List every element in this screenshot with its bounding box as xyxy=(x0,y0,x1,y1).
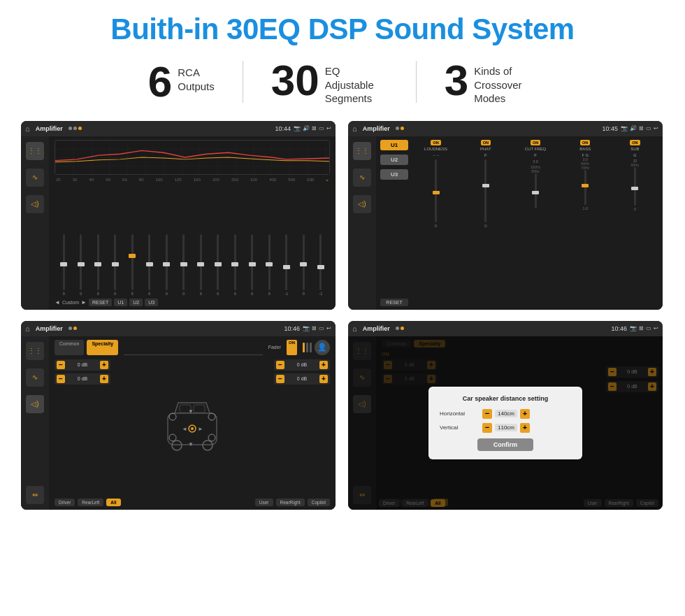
eq-prev[interactable]: ◄ xyxy=(55,299,60,306)
back-icon-4[interactable]: ↩ xyxy=(654,325,658,331)
cross-sidebar-wave[interactable]: ∿ xyxy=(353,169,371,187)
db-minus-1[interactable]: − xyxy=(57,361,65,369)
home-icon-4[interactable]: ⌂ xyxy=(352,324,357,333)
slider-track-3[interactable] xyxy=(114,234,116,290)
back-icon-2[interactable]: ↩ xyxy=(654,125,658,131)
db-val-1: 0 dB xyxy=(67,362,98,367)
slider-track-0[interactable] xyxy=(63,234,65,290)
slider-track-10[interactable] xyxy=(234,234,236,290)
eq-bottom-bar: ◄ Custom ► RESET U1 U2 U3 xyxy=(55,299,330,306)
slider-track-4[interactable] xyxy=(131,234,134,290)
u2-button[interactable]: U2 xyxy=(380,155,408,165)
slider-track-15[interactable] xyxy=(319,234,322,290)
svg-text:►: ► xyxy=(198,426,203,432)
crossover-u-buttons: U1 U2 U3 RESET xyxy=(380,140,408,306)
db-minus-4[interactable]: − xyxy=(276,375,284,383)
slider-track-7[interactable] xyxy=(182,234,185,290)
vertical-minus[interactable]: − xyxy=(482,423,492,433)
horizontal-minus[interactable]: − xyxy=(482,409,492,419)
eq-slider-8: 0 xyxy=(193,234,209,296)
screen-fader: ⌂ Amplifier 10:46 📷 ⊠ ▭ ↩ ⋮⋮ ∿ xyxy=(21,321,336,510)
fader-sidebar-arrows[interactable]: ⇔ xyxy=(26,486,44,504)
home-icon-2[interactable]: ⌂ xyxy=(352,124,357,133)
slider-val-6: 0 xyxy=(166,292,168,296)
back-icon[interactable]: ↩ xyxy=(326,125,331,131)
db-minus-2[interactable]: − xyxy=(57,375,65,383)
db-plus-2[interactable]: + xyxy=(100,375,108,383)
slider-track-2[interactable] xyxy=(97,234,99,290)
cutfreq-on: ON xyxy=(531,140,540,145)
freq-250: 250 xyxy=(231,178,238,182)
cutfreq-slider[interactable] xyxy=(535,173,537,208)
bass-slider[interactable] xyxy=(584,170,586,205)
fader-tabs: Common Specialty Fader ON 👤 xyxy=(55,340,330,355)
db-plus-1[interactable]: + xyxy=(100,361,108,369)
confirm-button[interactable]: Confirm xyxy=(477,438,533,451)
db-minus-3[interactable]: − xyxy=(276,361,284,369)
eq-u3-btn[interactable]: U3 xyxy=(145,299,158,306)
freq-160: 160 xyxy=(194,178,201,182)
tab-specialty[interactable]: Specialty xyxy=(87,340,118,355)
slider-track-14[interactable] xyxy=(303,234,305,290)
horizontal-value: 140cm xyxy=(495,410,517,417)
cross-sidebar-speaker[interactable]: ◁) xyxy=(353,195,371,213)
slider-track-8[interactable] xyxy=(200,234,202,290)
rearleft-btn[interactable]: RearLeft xyxy=(78,499,103,506)
cross-sidebar-eq[interactable]: ⋮⋮ xyxy=(353,142,371,160)
slider-val-14: 0 xyxy=(303,292,305,296)
vertical-plus[interactable]: + xyxy=(520,423,530,433)
db-plus-3[interactable]: + xyxy=(319,361,328,369)
back-icon-3[interactable]: ↩ xyxy=(326,325,331,331)
slider-val-2: 0 xyxy=(97,292,99,296)
all-btn[interactable]: All xyxy=(106,499,120,506)
home-icon[interactable]: ⌂ xyxy=(25,124,30,133)
eq-sidebar: ⋮⋮ ∿ ◁) xyxy=(21,136,49,310)
slider-track-6[interactable] xyxy=(166,234,168,290)
slider-track-11[interactable] xyxy=(251,234,253,290)
driver-btn[interactable]: Driver xyxy=(55,499,75,506)
db-plus-4[interactable]: + xyxy=(319,375,328,383)
profile-icon[interactable]: 👤 xyxy=(315,340,330,355)
svg-text:◄: ◄ xyxy=(182,426,187,432)
phat-slider[interactable] xyxy=(484,159,486,222)
stat-number-eq: 30 xyxy=(271,59,319,102)
eq-sliders: 0 0 0 0 xyxy=(55,185,330,296)
fader-sidebar-speaker[interactable]: ◁) xyxy=(26,395,44,413)
car-svg: ▼ ▼ ◄ ► xyxy=(157,392,227,462)
slider-track-12[interactable] xyxy=(268,234,271,290)
loudness-slider[interactable] xyxy=(435,159,437,222)
slider-track-9[interactable] xyxy=(217,234,219,290)
copilot-btn[interactable]: Copilot xyxy=(308,499,330,506)
slider-track-5[interactable] xyxy=(148,234,150,290)
eq-reset-btn[interactable]: RESET xyxy=(89,299,112,306)
crossover-reset-btn[interactable]: RESET xyxy=(380,299,408,306)
eq-slider-11: 0 xyxy=(245,234,261,296)
dialog-screen-title: Amplifier xyxy=(363,325,390,332)
forward-more[interactable]: » xyxy=(326,178,328,182)
eq-next[interactable]: ► xyxy=(81,299,87,306)
eq-u1-btn[interactable]: U1 xyxy=(114,299,127,306)
tab-common[interactable]: Common xyxy=(55,340,84,355)
u1-button[interactable]: U1 xyxy=(380,140,408,150)
slider-track-1[interactable] xyxy=(80,234,82,290)
eq-slider-3: 0 xyxy=(108,234,124,296)
eq-sidebar-speaker[interactable]: ◁) xyxy=(26,195,44,213)
svg-point-9 xyxy=(169,413,176,420)
screen-dialog: ⌂ Amplifier 10:46 📷 ⊠ ▭ ↩ ⋮⋮ ∿ xyxy=(348,321,663,510)
rearright-btn[interactable]: RearRight xyxy=(276,499,305,506)
u3-button[interactable]: U3 xyxy=(380,169,408,180)
sub-slider[interactable] xyxy=(634,167,636,206)
fader-status-bar: ⌂ Amplifier 10:46 📷 ⊠ ▭ ↩ xyxy=(21,321,336,336)
eq-sidebar-eq[interactable]: ⋮⋮ xyxy=(26,142,44,160)
fader-sidebar-eq[interactable]: ⋮⋮ xyxy=(26,342,44,360)
eq-slider-13: -1 xyxy=(279,234,295,296)
horizontal-plus[interactable]: + xyxy=(520,409,530,419)
home-icon-3[interactable]: ⌂ xyxy=(25,324,30,333)
user-btn[interactable]: User xyxy=(255,499,273,506)
eq-sidebar-wave[interactable]: ∿ xyxy=(26,169,44,187)
fader-sidebar-wave[interactable]: ∿ xyxy=(26,368,44,387)
fader-label: Fader xyxy=(268,345,281,350)
slider-track-13[interactable] xyxy=(285,234,287,290)
eq-u2-btn[interactable]: U2 xyxy=(129,299,143,306)
svg-point-8 xyxy=(191,427,194,430)
